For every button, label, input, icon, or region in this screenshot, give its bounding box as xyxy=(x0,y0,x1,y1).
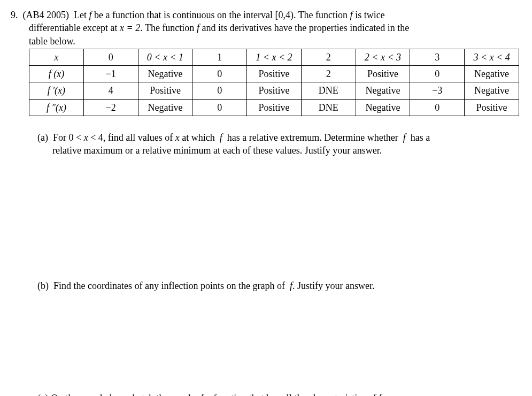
cell: 0 xyxy=(192,82,247,99)
cell: DNE xyxy=(301,99,356,116)
cell: 1 < x < 2 xyxy=(247,49,302,65)
problem-header: 9. (AB4 2005) Let f be a function that i… xyxy=(11,9,519,21)
cell: f (x) xyxy=(29,66,84,82)
workspace-a xyxy=(11,157,519,264)
cell: 0 xyxy=(410,66,465,82)
cell: Positive xyxy=(465,99,519,116)
stem-text: be a function that is continuous on the … xyxy=(92,10,275,20)
problem-number: 9. xyxy=(11,10,18,20)
stem-text: and its derivatives have the properties … xyxy=(199,22,409,33)
cell: 0 < x < 1 xyxy=(138,49,192,65)
cell: −1 xyxy=(83,66,138,82)
cell: Positive xyxy=(247,66,302,82)
part-text: . Justify your answer. xyxy=(292,280,374,291)
workspace-b xyxy=(11,292,519,389)
cell: 2 xyxy=(301,49,356,65)
part-a-line2: relative maximum or a relative minimum a… xyxy=(52,144,519,157)
stem-text: differentiable except at xyxy=(29,22,120,33)
table-row: f (x) −1 Negative 0 Positive 2 Positive … xyxy=(29,66,519,82)
properties-table: x 0 0 < x < 1 1 1 < x < 2 2 2 < x < 3 3 … xyxy=(29,49,519,116)
cell: f ′(x) xyxy=(29,82,84,99)
cell: 4 xyxy=(83,82,138,99)
cell: Negative xyxy=(356,99,410,116)
cell: 2 xyxy=(301,66,356,82)
cell: 0 xyxy=(192,66,247,82)
cell: −2 xyxy=(83,99,138,116)
math-eq: x = 2 xyxy=(120,22,140,33)
stem-text: Let xyxy=(74,10,89,20)
cell: 0 xyxy=(192,99,247,116)
part-a: (a) For 0 < x < 4, find all values of x … xyxy=(37,131,519,157)
table-wrapper: x 0 0 < x < 1 1 1 < x < 2 2 2 < x < 3 3 … xyxy=(29,49,519,116)
cell: Positive xyxy=(356,66,410,82)
table-row: x 0 0 < x < 1 1 1 < x < 2 2 2 < x < 3 3 … xyxy=(29,49,519,65)
cell: −3 xyxy=(410,82,465,99)
cell: 3 xyxy=(410,49,465,65)
cell: Negative xyxy=(138,66,192,82)
problem-source: (AB4 2005) xyxy=(23,10,70,20)
cell: Positive xyxy=(247,82,302,99)
cell: Negative xyxy=(465,82,519,99)
part-math: 0 < x < 4 xyxy=(69,132,103,143)
table-row: f ″(x) −2 Negative 0 Positive DNE Negati… xyxy=(29,99,519,116)
cell: 0 xyxy=(410,99,465,116)
stem-line-3: table below. xyxy=(29,35,519,48)
cell: f ″(x) xyxy=(29,99,84,116)
part-text: For xyxy=(53,132,69,143)
part-label: (b) xyxy=(37,280,49,291)
cell: Negative xyxy=(138,99,192,116)
cell: 3 < x < 4 xyxy=(465,49,519,65)
interval: [0,4) xyxy=(275,10,294,20)
cell: 0 xyxy=(83,49,138,65)
part-text: has a relative extremum. Determine wheth… xyxy=(225,132,400,143)
part-label: (a) xyxy=(37,132,48,143)
math-x: x xyxy=(175,132,180,143)
table-row: f ′(x) 4 Positive 0 Positive DNE Negativ… xyxy=(29,82,519,99)
cell: Negative xyxy=(356,82,410,99)
stem-line-2: differentiable except at x = 2. The func… xyxy=(29,21,519,34)
part-text: , find all values of xyxy=(103,132,175,143)
math-f: f xyxy=(220,132,222,143)
cell: Positive xyxy=(138,82,192,99)
stem-text: . The function xyxy=(140,22,197,33)
part-text: has a xyxy=(408,132,430,143)
cell: x xyxy=(29,49,84,65)
cutoff-text: (c) On the axes below, sketch the graph … xyxy=(37,392,519,396)
math-f: f xyxy=(403,132,406,143)
stem-text: . The function xyxy=(294,10,350,20)
part-text: at which xyxy=(180,132,217,143)
part-text: Find the coordinates of any inflection p… xyxy=(53,280,287,291)
stem-text: is twice xyxy=(353,10,385,20)
cell: Negative xyxy=(465,66,519,82)
cell: 2 < x < 3 xyxy=(356,49,410,65)
cell: DNE xyxy=(301,82,356,99)
part-b: (b) Find the coordinates of any inflecti… xyxy=(37,279,519,292)
cell: Positive xyxy=(247,99,302,116)
cutoff-line: (c) On the axes below, sketch the graph … xyxy=(37,389,519,396)
cell: 1 xyxy=(192,49,247,65)
